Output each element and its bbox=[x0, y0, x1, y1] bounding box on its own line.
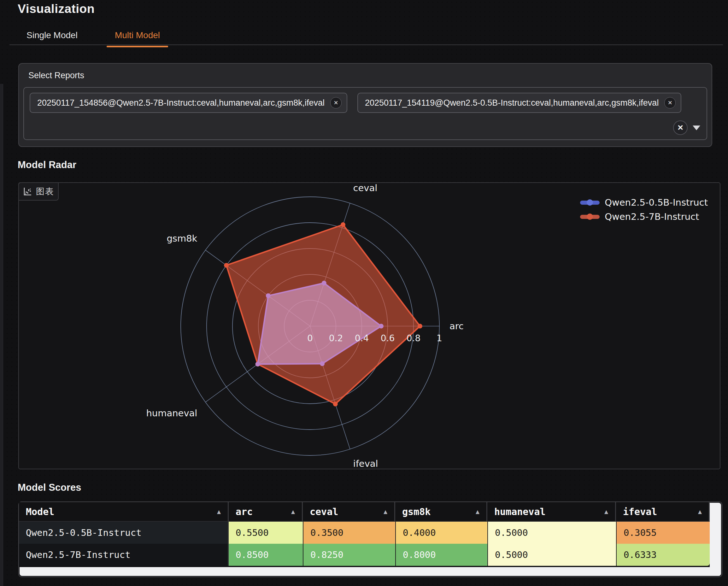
radar-chart[interactable]: 00.20.40.60.81cevalarcifevalhumanevalgsm… bbox=[19, 183, 720, 469]
column-header-model[interactable]: Model▲ bbox=[19, 502, 229, 522]
report-chip[interactable]: 20250117_154119@Qwen2.5-0.5B-Instruct:ce… bbox=[357, 93, 681, 113]
column-header-humaneval[interactable]: humaneval▲ bbox=[487, 502, 616, 522]
legend-label: Qwen2.5-7B-Instruct bbox=[605, 211, 699, 222]
report-multiselect[interactable]: 20250117_154856@Qwen2.5-7B-Instruct:ceva… bbox=[23, 87, 707, 140]
column-header-ifeval[interactable]: ifeval▲ bbox=[616, 502, 710, 522]
legend-item[interactable]: Qwen2.5-7B-Instruct bbox=[580, 211, 708, 222]
svg-text:humaneval: humaneval bbox=[146, 408, 197, 419]
score-cell: 0.5000 bbox=[487, 544, 616, 566]
score-cell: 0.4000 bbox=[395, 522, 487, 544]
svg-text:0.8: 0.8 bbox=[407, 333, 421, 343]
legend-item[interactable]: Qwen2.5-0.5B-Instruct bbox=[580, 197, 708, 208]
page-scrollbar-track[interactable] bbox=[0, 84, 3, 586]
select-reports-panel: Select Reports 20250117_154856@Qwen2.5-7… bbox=[18, 63, 712, 147]
report-chip-label: 20250117_154856@Qwen2.5-7B-Instruct:ceva… bbox=[37, 98, 324, 108]
score-cell: 0.3055 bbox=[616, 522, 710, 544]
tab-divider bbox=[9, 45, 723, 45]
score-cell: 0.8000 bbox=[395, 544, 487, 566]
sort-asc-icon[interactable]: ▲ bbox=[698, 508, 702, 515]
svg-text:0.6: 0.6 bbox=[381, 333, 395, 343]
svg-text:0.2: 0.2 bbox=[329, 333, 343, 343]
sort-asc-icon[interactable]: ▲ bbox=[604, 508, 608, 515]
chip-remove-icon[interactable]: ✕ bbox=[664, 97, 676, 108]
page-title: Visualization bbox=[18, 2, 95, 16]
model-radar-panel: 图表 00.20.40.60.81cevalarcifevalhumaneval… bbox=[18, 182, 721, 469]
chart-legend: Qwen2.5-0.5B-Instruct Qwen2.5-7B-Instruc… bbox=[580, 197, 708, 222]
report-chip[interactable]: 20250117_154856@Qwen2.5-7B-Instruct:ceva… bbox=[30, 93, 347, 113]
column-header-arc[interactable]: arc▲ bbox=[229, 502, 303, 522]
horizontal-scrollbar[interactable] bbox=[20, 567, 721, 576]
svg-text:0.4: 0.4 bbox=[355, 333, 369, 343]
sort-asc-icon[interactable]: ▲ bbox=[384, 508, 387, 515]
svg-text:0: 0 bbox=[307, 333, 313, 343]
vertical-scrollbar[interactable] bbox=[710, 503, 721, 576]
model-scores-table: Model▲ arc▲ ceval▲ gsm8k▲ humaneval▲ ife… bbox=[18, 502, 722, 577]
svg-text:ceval: ceval bbox=[353, 183, 378, 193]
sort-asc-icon[interactable]: ▲ bbox=[476, 508, 479, 515]
score-cell: 0.6333 bbox=[616, 544, 710, 566]
legend-marker-icon bbox=[580, 201, 600, 205]
svg-text:arc: arc bbox=[449, 321, 464, 331]
sort-asc-icon[interactable]: ▲ bbox=[217, 508, 221, 515]
legend-label: Qwen2.5-0.5B-Instruct bbox=[605, 197, 708, 208]
svg-text:gsm8k: gsm8k bbox=[166, 233, 197, 244]
legend-marker-icon bbox=[580, 215, 600, 219]
chip-remove-icon[interactable]: ✕ bbox=[330, 97, 342, 108]
model-radar-title: Model Radar bbox=[18, 159, 76, 170]
column-header-gsm8k[interactable]: gsm8k▲ bbox=[395, 502, 487, 522]
dropdown-caret-icon[interactable] bbox=[693, 126, 700, 130]
score-cell: 0.5500 bbox=[229, 522, 303, 544]
svg-text:ifeval: ifeval bbox=[353, 458, 378, 469]
select-reports-label: Select Reports bbox=[28, 71, 84, 80]
report-chip-label: 20250117_154119@Qwen2.5-0.5B-Instruct:ce… bbox=[365, 98, 658, 108]
model-scores-title: Model Scores bbox=[18, 482, 81, 493]
sort-asc-icon[interactable]: ▲ bbox=[291, 508, 295, 515]
score-cell: 0.8500 bbox=[229, 544, 303, 566]
model-name-cell: Qwen2.5-0.5B-Instruct bbox=[19, 522, 229, 544]
score-cell: 0.3500 bbox=[303, 522, 395, 544]
report-chip-list: 20250117_154856@Qwen2.5-7B-Instruct:ceva… bbox=[30, 93, 701, 113]
score-cell: 0.8250 bbox=[303, 544, 395, 566]
score-cell: 0.5000 bbox=[487, 522, 616, 544]
clear-selection-icon[interactable]: ✕ bbox=[673, 121, 687, 135]
column-header-ceval[interactable]: ceval▲ bbox=[303, 502, 395, 522]
svg-text:1: 1 bbox=[437, 333, 442, 343]
model-name-cell: Qwen2.5-7B-Instruct bbox=[19, 544, 229, 566]
